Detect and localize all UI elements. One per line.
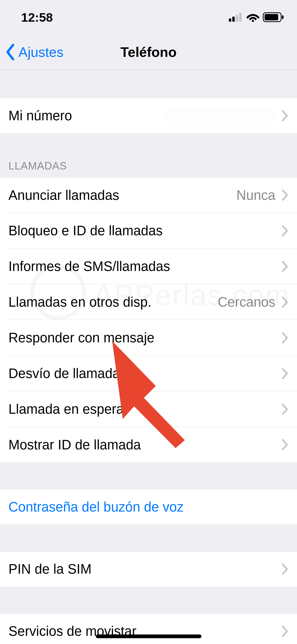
cell-label: Desvío de llamadas [8,366,281,381]
chevron-right-icon [281,332,289,344]
chevron-right-icon [281,439,289,450]
phone-number-blurred [164,108,275,124]
chevron-right-icon [281,563,289,575]
cell-sim-pin[interactable]: PIN de la SIM [0,551,297,587]
cell-label: Anunciar llamadas [8,187,237,203]
chevron-left-icon [5,44,16,60]
cell-label: Contraseña del buzón de voz [8,499,289,515]
svg-rect-2 [236,15,238,22]
status-bar: 12:58 [0,0,297,34]
cellular-icon [229,13,243,22]
nav-bar: Ajustes Teléfono [0,34,297,70]
cell-announce-calls[interactable]: Anunciar llamadas Nunca [0,177,297,213]
cell-label: Responder con mensaje [8,330,281,346]
chevron-right-icon [281,225,289,237]
svg-rect-7 [282,15,284,19]
cell-label: Informes de SMS/llamadas [8,259,281,274]
chevron-right-icon [281,403,289,415]
cell-my-number[interactable]: Mi número [0,98,297,134]
chevron-right-icon [281,110,289,122]
section-header-calls: LLAMADAS [0,134,297,177]
chevron-right-icon [281,296,289,308]
svg-rect-1 [232,17,235,22]
cell-value: Cercanos [218,294,275,310]
page-title: Teléfono [120,44,177,60]
cell-call-forwarding[interactable]: Desvío de llamadas [0,356,297,391]
cell-other-devices[interactable]: Llamadas en otros disp. Cercanos [0,284,297,320]
cell-carrier-services[interactable]: Servicios de movistar [0,613,297,644]
wifi-icon [246,12,260,22]
cell-label: Mi número [8,108,164,123]
chevron-right-icon [281,261,289,272]
chevron-right-icon [281,189,289,201]
chevron-right-icon [281,625,289,637]
svg-rect-0 [229,19,231,22]
cell-voicemail-password[interactable]: Contraseña del buzón de voz [0,489,297,525]
status-time: 12:58 [21,10,53,25]
cell-value: Nunca [237,187,275,203]
chevron-right-icon [281,368,289,379]
back-button[interactable]: Ajustes [0,44,64,60]
cell-sms-reports[interactable]: Informes de SMS/llamadas [0,249,297,284]
cell-label: Llamada en espera [8,401,281,417]
cell-block-id[interactable]: Bloqueo e ID de llamadas [0,213,297,249]
cell-label: Llamadas en otros disp. [8,294,218,310]
battery-icon [263,12,284,22]
svg-rect-6 [265,14,278,20]
cell-show-caller-id[interactable]: Mostrar ID de llamada [0,427,297,463]
cell-label: PIN de la SIM [8,561,281,577]
status-icons [229,12,284,22]
cell-label: Bloqueo e ID de llamadas [8,223,281,238]
svg-point-4 [252,20,254,22]
back-label: Ajustes [18,44,64,60]
cell-call-waiting[interactable]: Llamada en espera [0,391,297,427]
svg-rect-3 [239,13,242,22]
cell-respond-message[interactable]: Responder con mensaje [0,320,297,356]
cell-label: Mostrar ID de llamada [8,437,281,453]
home-indicator[interactable] [96,634,201,638]
